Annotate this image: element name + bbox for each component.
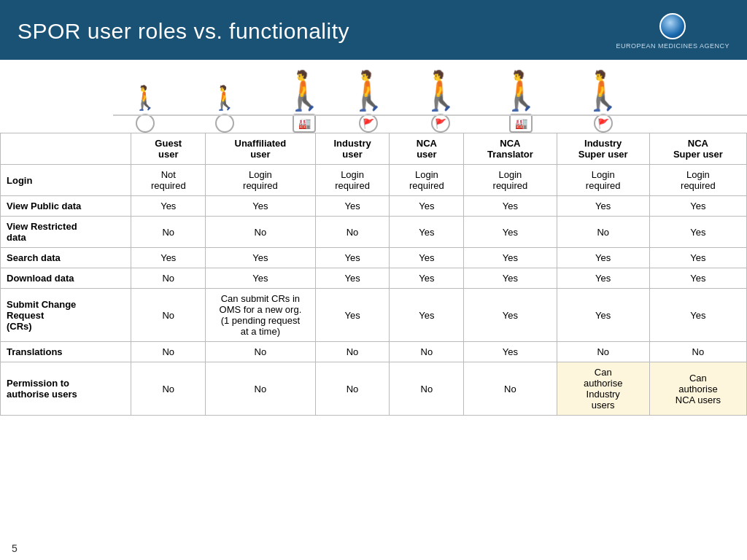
cell-industry: No — [315, 342, 390, 362]
industry-badge: 🏭 — [293, 114, 316, 133]
table-row: View RestricteddataNoNoNoYesYesNoYes — [1, 217, 747, 248]
cell-industry: Loginrequired — [315, 165, 390, 196]
col-header-nca-super: NCASuper user — [649, 133, 746, 165]
cell-nca: Yes — [390, 217, 464, 248]
nca-super-icon: 🚶 — [579, 71, 627, 109]
cell-nca: No — [390, 342, 464, 362]
cell-nca_translator: Yes — [464, 196, 557, 217]
cell-nca_super: Yes — [649, 289, 746, 342]
cell-unaffiliated: Yes — [206, 196, 315, 217]
nca-translator-icon-cell: 🚶 🚩 — [400, 71, 481, 133]
nca-user-icon: 🚶 — [345, 71, 392, 109]
ema-logo: EUROPEAN MEDICINES AGENCY — [616, 13, 729, 50]
guest-user-icon: 🚶 — [131, 86, 160, 109]
cell-industry_super: Yes — [557, 268, 649, 289]
cell-industry_super: Loginrequired — [557, 165, 649, 196]
cell-industry: No — [315, 362, 390, 416]
cell-nca_translator: No — [464, 362, 557, 416]
cell-industry_super: Yes — [557, 289, 649, 342]
unaffiliated-user-icon: 🚶 — [210, 86, 239, 109]
cell-industry: No — [315, 217, 390, 248]
cell-industry: Yes — [315, 196, 390, 217]
cell-unaffiliated: Yes — [206, 248, 315, 268]
cell-industry_super: CanauthoriseIndustryusers — [557, 362, 649, 416]
cell-unaffiliated: Yes — [206, 268, 315, 289]
icons-area: 🚶 🚶 🚶 🏭 🚶 — [0, 60, 747, 133]
guest-user-icon-cell: 🚶 — [113, 86, 177, 133]
page-title: SPOR user roles vs. functionality — [18, 19, 349, 44]
industry-super-icon: 🚶 — [498, 71, 545, 109]
col-header-nca-translator: NCATranslator — [464, 133, 557, 165]
cell-nca_super: Yes — [649, 248, 746, 268]
cell-nca_super: CanauthoriseNCA users — [649, 362, 746, 416]
cell-guest: No — [131, 342, 206, 362]
cell-nca: No — [390, 362, 464, 416]
nca-badge: 🚩 — [359, 114, 378, 133]
cell-guest: Yes — [131, 248, 206, 268]
table-row: LoginNotrequiredLoginrequiredLoginrequir… — [1, 165, 747, 196]
cell-nca_translator: Yes — [464, 289, 557, 342]
table-row: Submit ChangeRequest(CRs)NoCan submit CR… — [1, 289, 747, 342]
cell-industry_super: No — [557, 217, 649, 248]
cell-nca_super: Loginrequired — [649, 165, 746, 196]
table-row: Permission toauthorise usersNoNoNoNoNoCa… — [1, 362, 747, 416]
cell-nca: Yes — [390, 196, 464, 217]
industry-super-badge: 🏭 — [509, 114, 533, 133]
cell-guest: Yes — [131, 196, 206, 217]
unaffiliated-badge — [215, 114, 234, 133]
table-container: Guestuser Unaffiliateduser Industryuser … — [0, 133, 747, 416]
cell-nca_super: No — [649, 342, 746, 362]
industry-user-icon: 🚶 — [281, 71, 328, 109]
feature-cell: View Restricteddata — [1, 217, 131, 248]
cell-nca: Loginrequired — [390, 165, 464, 196]
connector-line — [113, 114, 747, 116]
guest-badge — [136, 114, 155, 133]
table-row: View Public dataYesYesYesYesYesYesYes — [1, 196, 747, 217]
cell-industry: Yes — [315, 268, 390, 289]
cell-industry_super: Yes — [557, 248, 649, 268]
feature-cell: Translations — [1, 342, 131, 362]
cell-nca_translator: Loginrequired — [464, 165, 557, 196]
feature-cell: Download data — [1, 268, 131, 289]
cell-nca_translator: Yes — [464, 217, 557, 248]
col-header-guest: Guestuser — [131, 133, 206, 165]
nca-translator-badge: 🚩 — [431, 114, 450, 133]
cell-nca_super: Yes — [649, 268, 746, 289]
cell-unaffiliated: Can submit CRs inOMS for a new org.(1 pe… — [206, 289, 315, 342]
nca-translator-icon: 🚶 — [417, 71, 465, 109]
table-header-row: Guestuser Unaffiliateduser Industryuser … — [1, 133, 747, 165]
industry-super-icon-cell: 🚶 🏭 — [481, 71, 561, 133]
ema-logo-text: EUROPEAN MEDICINES AGENCY — [616, 42, 729, 50]
table-row: TranslationsNoNoNoNoYesNoNo — [1, 342, 747, 362]
cell-nca: Yes — [390, 268, 464, 289]
table-row: Download dataNoYesYesYesYesYesYes — [1, 268, 747, 289]
cell-unaffiliated: No — [206, 342, 315, 362]
table-row: Search dataYesYesYesYesYesYesYes — [1, 248, 747, 268]
cell-industry_super: Yes — [557, 196, 649, 217]
cell-unaffiliated: Loginrequired — [206, 165, 315, 196]
nca-user-icon-cell: 🚶 🚩 — [336, 71, 400, 133]
page-header: SPOR user roles vs. functionality EUROPE… — [0, 0, 747, 60]
cell-guest: Notrequired — [131, 165, 206, 196]
cell-nca: Yes — [390, 289, 464, 342]
industry-user-icon-cell: 🚶 🏭 — [272, 71, 336, 133]
cell-unaffiliated: No — [206, 362, 315, 416]
feature-cell: Submit ChangeRequest(CRs) — [1, 289, 131, 342]
roles-table: Guestuser Unaffiliateduser Industryuser … — [0, 133, 747, 416]
cell-nca: Yes — [390, 248, 464, 268]
nca-super-icon-cell: 🚶 🚩 — [561, 71, 645, 133]
col-header-nca: NCAuser — [390, 133, 464, 165]
col-header-industry: Industryuser — [315, 133, 390, 165]
cell-guest: No — [131, 217, 206, 248]
ema-logo-circle — [659, 13, 686, 39]
cell-nca_super: Yes — [649, 217, 746, 248]
cell-nca_translator: Yes — [464, 248, 557, 268]
cell-unaffiliated: No — [206, 217, 315, 248]
cell-nca_super: Yes — [649, 196, 746, 217]
col-header-industry-super: IndustrySuper user — [557, 133, 649, 165]
feature-cell: Search data — [1, 248, 131, 268]
feature-cell: View Public data — [1, 196, 131, 217]
feature-cell: Login — [1, 165, 131, 196]
col-header-unaffiliated: Unaffiliateduser — [206, 133, 315, 165]
nca-super-badge: 🚩 — [594, 114, 613, 133]
